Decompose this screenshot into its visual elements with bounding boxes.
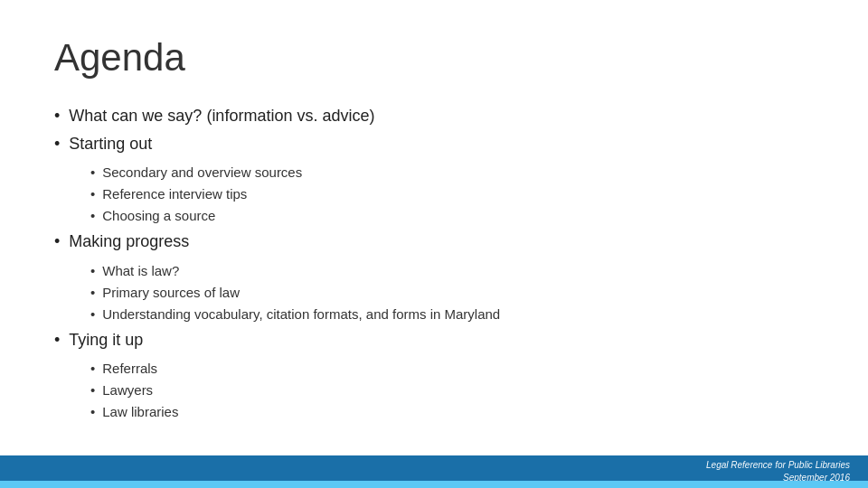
bullet-1-marker: • bbox=[54, 105, 60, 127]
bullet-3-text: Making progress bbox=[69, 230, 189, 253]
bullet-3-sub-2-text: Primary sources of law bbox=[102, 283, 240, 302]
bullet-4-sub-2-marker: • bbox=[90, 380, 95, 399]
bullet-3-sub-3-text: Understanding vocabulary, citation forma… bbox=[102, 305, 500, 324]
bullet-3-sub-3: • Understanding vocabulary, citation for… bbox=[90, 305, 814, 324]
bullet-4-text: Tying it up bbox=[69, 329, 143, 352]
bullet-3-sub-2-marker: • bbox=[90, 283, 95, 302]
bullet-2-sub-1-marker: • bbox=[90, 163, 95, 182]
bullet-4-sub-3-text: Law libraries bbox=[102, 402, 178, 421]
bullet-2-subs: • Secondary and overview sources • Refer… bbox=[90, 163, 814, 225]
bullet-2-sub-1: • Secondary and overview sources bbox=[90, 163, 814, 182]
bullet-1: • What can we say? (information vs. advi… bbox=[54, 105, 814, 127]
bullet-4-sub-1: • Referrals bbox=[90, 359, 814, 378]
bullet-4-marker: • bbox=[54, 329, 60, 352]
bullet-4: • Tying it up bbox=[54, 329, 814, 352]
bullet-4-subs: • Referrals • Lawyers • Law libraries bbox=[90, 359, 814, 421]
bullet-2-sub-2-text: Reference interview tips bbox=[102, 184, 247, 203]
bullet-4-sub-1-marker: • bbox=[90, 359, 95, 378]
slide: Agenda • What can we say? (information v… bbox=[0, 0, 868, 488]
bullet-3-subs: • What is law? • Primary sources of law … bbox=[90, 261, 814, 324]
bullet-3: • Making progress bbox=[54, 230, 814, 253]
footer-bar: Legal Reference for Public Libraries Sep… bbox=[0, 455, 868, 488]
bullet-4-sub-2-text: Lawyers bbox=[102, 380, 153, 399]
bullet-3-sub-1-text: What is law? bbox=[102, 261, 179, 280]
footer-accent-bar bbox=[0, 481, 868, 488]
bullet-2-sub-3-marker: • bbox=[90, 206, 95, 225]
bullet-2-sub-1-text: Secondary and overview sources bbox=[102, 163, 302, 182]
bullet-3-sub-1-marker: • bbox=[90, 261, 95, 280]
bullet-3-marker: • bbox=[54, 230, 60, 253]
bullet-2-sub-2-marker: • bbox=[90, 184, 95, 203]
bullet-3-sub-3-marker: • bbox=[90, 305, 95, 324]
bullet-3-sub-1: • What is law? bbox=[90, 261, 814, 280]
slide-title: Agenda bbox=[54, 36, 814, 80]
bullet-1-text: What can we say? (information vs. advice… bbox=[69, 105, 374, 127]
bullet-2-sub-2: • Reference interview tips bbox=[90, 184, 814, 203]
footer-line1: Legal Reference for Public Libraries bbox=[706, 460, 850, 470]
bullet-2-sub-3-text: Choosing a source bbox=[102, 206, 215, 225]
bullet-4-sub-3-marker: • bbox=[90, 402, 95, 421]
bullet-2-marker: • bbox=[54, 133, 60, 155]
bullet-4-sub-1-text: Referrals bbox=[102, 359, 157, 378]
bullet-4-sub-3: • Law libraries bbox=[90, 402, 814, 421]
bullet-2-text: Starting out bbox=[69, 133, 152, 155]
bullet-2: • Starting out bbox=[54, 133, 814, 155]
bullet-3-sub-2: • Primary sources of law bbox=[90, 283, 814, 302]
bullet-4-sub-2: • Lawyers bbox=[90, 380, 814, 399]
bullet-2-sub-3: • Choosing a source bbox=[90, 206, 814, 225]
slide-content: Agenda • What can we say? (information v… bbox=[0, 0, 868, 455]
